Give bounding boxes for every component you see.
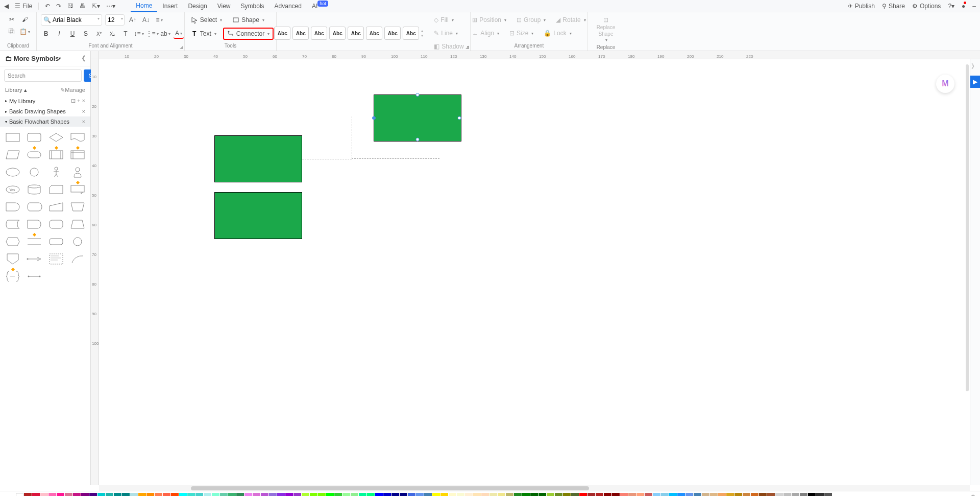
shape-database[interactable] bbox=[26, 183, 43, 196]
line-spacing-button[interactable]: ↕≡ bbox=[134, 29, 144, 39]
color-swatch[interactable] bbox=[571, 493, 579, 496]
color-swatch[interactable] bbox=[383, 493, 391, 496]
color-swatch[interactable] bbox=[694, 493, 701, 496]
color-swatch[interactable] bbox=[179, 493, 187, 496]
color-swatch[interactable] bbox=[449, 493, 456, 496]
expand-right-panel-button[interactable]: 》 bbox=[971, 62, 979, 70]
color-swatch[interactable] bbox=[800, 493, 807, 496]
color-swatch[interactable] bbox=[106, 493, 113, 496]
more-qat[interactable]: ⋯▾ bbox=[106, 3, 115, 10]
color-swatch[interactable] bbox=[710, 493, 718, 496]
shape-line-connector[interactable] bbox=[26, 270, 43, 283]
color-swatch[interactable] bbox=[195, 493, 203, 496]
print-button[interactable]: 🖶 bbox=[80, 3, 86, 10]
color-swatch[interactable] bbox=[155, 493, 162, 496]
manage-link[interactable]: ✎Manage bbox=[60, 87, 85, 93]
subscript-button[interactable]: X₂ bbox=[107, 29, 117, 39]
copy-button[interactable]: ⿻ bbox=[7, 27, 17, 37]
lib-close-icon[interactable]: × bbox=[82, 98, 85, 104]
format-painter-button[interactable]: 🖌 bbox=[20, 14, 30, 25]
select-tool-button[interactable]: Select bbox=[187, 14, 226, 26]
color-swatch[interactable] bbox=[236, 493, 244, 496]
bullets-button[interactable]: ⋮≡ bbox=[147, 29, 157, 39]
color-swatch[interactable] bbox=[563, 493, 571, 496]
color-swatch[interactable] bbox=[432, 493, 440, 496]
align-button[interactable]: ≡ bbox=[154, 15, 164, 25]
file-menu[interactable]: ☰ File bbox=[15, 3, 32, 10]
color-swatch[interactable] bbox=[359, 493, 366, 496]
color-swatch[interactable] bbox=[726, 493, 734, 496]
text-tool-button[interactable]: T Text bbox=[187, 28, 220, 39]
style-preset-8[interactable]: Abc bbox=[403, 27, 419, 40]
color-swatch[interactable] bbox=[73, 493, 81, 496]
library-label[interactable]: Library ▴ bbox=[5, 87, 27, 93]
shape-manual-input[interactable] bbox=[47, 200, 65, 214]
shape-terminator[interactable] bbox=[26, 148, 43, 161]
fill-dropper-button[interactable]: ▾ bbox=[4, 492, 13, 497]
color-swatch[interactable] bbox=[596, 493, 603, 496]
color-swatch[interactable] bbox=[302, 493, 309, 496]
group-button[interactable]: ⊡ Group bbox=[513, 14, 549, 26]
color-swatch[interactable] bbox=[367, 493, 375, 496]
color-swatch[interactable] bbox=[228, 493, 236, 496]
color-swatch[interactable] bbox=[612, 493, 620, 496]
color-swatch[interactable] bbox=[253, 493, 260, 496]
color-swatch[interactable] bbox=[408, 493, 415, 496]
shape-yes-badge[interactable]: Yes bbox=[4, 183, 21, 196]
color-swatch[interactable] bbox=[522, 493, 530, 496]
color-swatch[interactable] bbox=[636, 493, 644, 496]
shape-alt-process[interactable] bbox=[26, 218, 43, 231]
shape-internal-storage[interactable] bbox=[69, 148, 86, 161]
color-swatch[interactable] bbox=[244, 493, 252, 496]
italic-button[interactable]: I bbox=[54, 29, 64, 39]
shape-preparation[interactable] bbox=[4, 235, 21, 248]
color-swatch[interactable] bbox=[310, 493, 317, 496]
color-swatch[interactable] bbox=[212, 493, 219, 496]
color-swatch[interactable] bbox=[375, 493, 383, 496]
shape-tool-button[interactable]: Shape bbox=[229, 14, 268, 26]
color-swatch[interactable] bbox=[783, 493, 791, 496]
color-swatch[interactable] bbox=[326, 493, 334, 496]
shape-card[interactable] bbox=[47, 183, 65, 196]
color-swatch[interactable] bbox=[163, 493, 170, 496]
color-swatch[interactable] bbox=[620, 493, 628, 496]
color-swatch[interactable] bbox=[318, 493, 326, 496]
color-swatch[interactable] bbox=[334, 493, 342, 496]
shape-predefined[interactable] bbox=[47, 148, 65, 161]
ai-assistant-button[interactable]: M bbox=[936, 75, 954, 93]
menu-insert[interactable]: Insert bbox=[157, 1, 183, 12]
color-swatch[interactable] bbox=[122, 493, 130, 496]
color-swatch[interactable] bbox=[391, 493, 399, 496]
color-swatch[interactable] bbox=[669, 493, 677, 496]
style-scroll-up[interactable]: ▴ bbox=[421, 29, 423, 33]
text-direction-button[interactable]: T bbox=[120, 29, 131, 39]
color-swatch[interactable] bbox=[187, 493, 195, 496]
search-input[interactable] bbox=[4, 69, 82, 82]
close-flowchart-icon[interactable]: × bbox=[82, 119, 85, 125]
color-swatch[interactable] bbox=[457, 493, 464, 496]
font-expand-icon[interactable]: ◢ bbox=[180, 44, 183, 50]
color-swatch[interactable] bbox=[261, 493, 268, 496]
styles-expand-icon[interactable]: ◢ bbox=[465, 44, 469, 50]
color-swatch[interactable] bbox=[481, 493, 489, 496]
color-swatch[interactable] bbox=[138, 493, 146, 496]
color-swatch[interactable] bbox=[702, 493, 709, 496]
color-swatch[interactable] bbox=[269, 493, 277, 496]
color-swatch[interactable] bbox=[530, 493, 538, 496]
sidebar-title-dropdown[interactable]: ▾ bbox=[59, 56, 61, 61]
color-swatch[interactable] bbox=[440, 493, 448, 496]
shape-offpage[interactable] bbox=[4, 252, 21, 266]
line-button[interactable]: ✎ Line bbox=[430, 28, 472, 39]
color-swatch[interactable] bbox=[204, 493, 211, 496]
lib-add-icon[interactable]: ⊡ bbox=[71, 98, 76, 104]
redo-button[interactable]: ↷ bbox=[56, 3, 61, 10]
color-swatch[interactable] bbox=[685, 493, 693, 496]
color-swatch[interactable] bbox=[628, 493, 636, 496]
style-preset-1[interactable]: Abc bbox=[274, 27, 290, 40]
color-swatch[interactable] bbox=[661, 493, 669, 496]
canvas-rectangle-1[interactable] bbox=[214, 135, 302, 182]
help-button[interactable]: ?▾ bbox=[948, 3, 954, 10]
color-swatch[interactable] bbox=[48, 493, 56, 496]
shape-rounded2[interactable] bbox=[47, 218, 65, 231]
style-preset-6[interactable]: Abc bbox=[366, 27, 382, 40]
